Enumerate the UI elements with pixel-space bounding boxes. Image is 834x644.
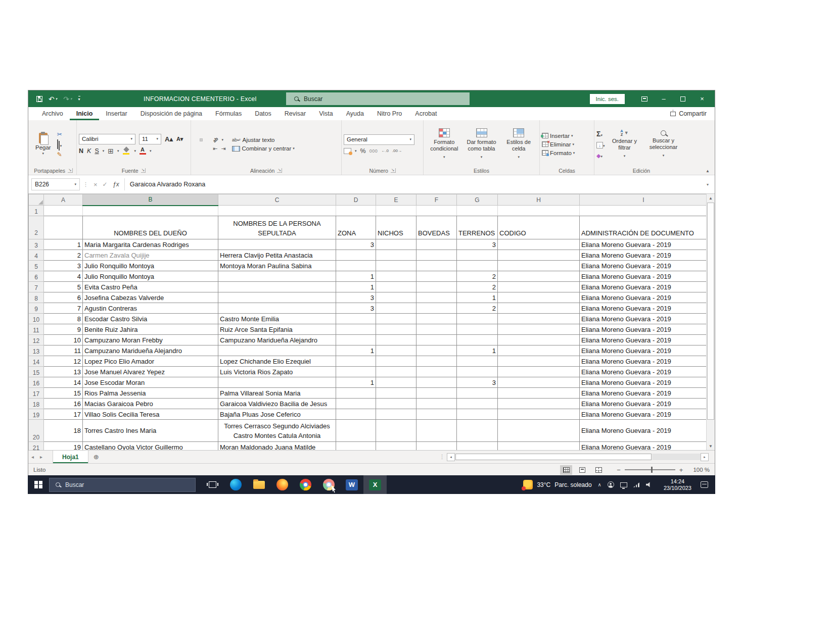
share-button[interactable]: Compartir xyxy=(670,107,715,120)
horizontal-scrollbar-track[interactable] xyxy=(652,454,701,460)
clear-icon[interactable]: ◆▾ xyxy=(596,151,603,160)
cell-D6[interactable]: 1 xyxy=(336,271,376,282)
cell-D13[interactable]: 1 xyxy=(336,345,376,356)
cell-D15[interactable] xyxy=(336,367,376,377)
cell-F8[interactable] xyxy=(416,292,457,303)
cell-C13[interactable] xyxy=(218,345,336,356)
row-header-19[interactable]: 19 xyxy=(29,409,44,420)
cell-C17[interactable]: Palma Villareal Sonia Maria xyxy=(218,388,336,399)
network-tray-icon[interactable] xyxy=(633,482,640,487)
close-button[interactable]: × xyxy=(693,92,711,106)
cell-I2[interactable]: ADMINISTRACIÓN DE DOCUMENTO xyxy=(580,216,708,239)
cell-F9[interactable] xyxy=(416,303,457,314)
format-cells-button[interactable]: Formato▾ xyxy=(542,150,575,156)
cell-I11[interactable]: Eliana Moreno Guevara - 2019 xyxy=(580,324,708,335)
task-view-button[interactable] xyxy=(201,475,224,494)
cell-E14[interactable] xyxy=(376,356,416,367)
cell-G2[interactable]: TERRENOS xyxy=(457,216,498,239)
row-header-17[interactable]: 17 xyxy=(29,388,44,399)
cell-A11[interactable]: 9 xyxy=(44,324,83,335)
cell-B2[interactable]: NOMBRES DEL DUEÑO xyxy=(83,216,218,239)
cell-B20[interactable]: Torres Castro Ines Maria xyxy=(83,420,218,442)
cell-A18[interactable]: 16 xyxy=(44,399,83,409)
cell-A19[interactable]: 17 xyxy=(44,409,83,420)
row-header-13[interactable]: 13 xyxy=(29,345,44,356)
increase-decimal-icon[interactable]: ←.0 xyxy=(381,148,389,153)
excel-button[interactable] xyxy=(363,475,387,494)
cell-H2[interactable]: CODIGO xyxy=(498,216,580,239)
cell-A2[interactable] xyxy=(44,216,83,239)
cell-H20[interactable] xyxy=(498,420,580,442)
cell-H17[interactable] xyxy=(498,388,580,399)
row-header-9[interactable]: 9 xyxy=(29,303,44,314)
align-center-icon[interactable] xyxy=(200,147,203,150)
cell-B3[interactable]: Maria Margarita Cardenas Rodriges xyxy=(83,239,218,250)
column-header-H[interactable]: H xyxy=(498,194,580,206)
taskbar-search-box[interactable]: Buscar xyxy=(49,478,196,492)
cell-I18[interactable]: Eliana Moreno Guevara - 2019 xyxy=(580,399,708,409)
align-middle-icon[interactable] xyxy=(200,138,203,141)
sheet-next-icon[interactable]: ▸ xyxy=(37,454,45,460)
italic-button[interactable]: K xyxy=(87,147,91,155)
cell-D12[interactable] xyxy=(336,335,376,345)
name-box[interactable]: B226▾ xyxy=(31,178,80,190)
cell-I8[interactable]: Eliana Moreno Guevara - 2019 xyxy=(580,292,708,303)
row-header-7[interactable]: 7 xyxy=(29,282,44,292)
insert-cells-button[interactable]: Insertar▾ xyxy=(542,133,575,139)
cell-G8[interactable]: 1 xyxy=(457,292,498,303)
cell-I10[interactable]: Eliana Moreno Guevara - 2019 xyxy=(580,314,708,324)
cell-H3[interactable] xyxy=(498,239,580,250)
cell-C3[interactable] xyxy=(218,239,336,250)
cell-G9[interactable]: 2 xyxy=(457,303,498,314)
tab-disposición-de-página[interactable]: Disposición de página xyxy=(134,107,209,120)
cell-A20[interactable]: 18 xyxy=(44,420,83,442)
display-tray-icon[interactable] xyxy=(620,482,627,487)
cell-D16[interactable]: 1 xyxy=(336,377,376,388)
row-header-3[interactable]: 3 xyxy=(29,239,44,250)
cell-A9[interactable]: 7 xyxy=(44,303,83,314)
cell-A5[interactable]: 3 xyxy=(44,261,83,271)
percent-style-icon[interactable]: % xyxy=(360,147,366,155)
column-header-B[interactable]: B xyxy=(83,194,218,206)
orientation-icon[interactable]: ab xyxy=(212,136,219,143)
sign-in-button[interactable]: Inic. ses. xyxy=(590,94,625,104)
cell-H9[interactable] xyxy=(498,303,580,314)
cell-E10[interactable] xyxy=(376,314,416,324)
increase-font-icon[interactable]: A▴ xyxy=(165,135,173,143)
cell-C9[interactable] xyxy=(218,303,336,314)
cell-I5[interactable]: Eliana Moreno Guevara - 2019 xyxy=(580,261,708,271)
cell-H14[interactable] xyxy=(498,356,580,367)
volume-tray-icon[interactable] xyxy=(646,482,653,487)
cell-G4[interactable] xyxy=(457,250,498,261)
cell-F17[interactable] xyxy=(416,388,457,399)
decrease-decimal-icon[interactable]: .00→ xyxy=(392,148,402,153)
tab-ayuda[interactable]: Ayuda xyxy=(340,107,370,120)
page-layout-view-button[interactable] xyxy=(576,465,588,475)
sheet-tab-hoja1[interactable]: Hoja1 xyxy=(53,451,88,463)
cell-G3[interactable]: 3 xyxy=(457,239,498,250)
cell-E9[interactable] xyxy=(376,303,416,314)
cell-A1[interactable] xyxy=(44,206,83,216)
cell-B21[interactable]: Castellano Oyola Victor Guillermo xyxy=(83,442,218,451)
cell-D18[interactable] xyxy=(336,399,376,409)
cell-A14[interactable]: 12 xyxy=(44,356,83,367)
cell-C16[interactable] xyxy=(218,377,336,388)
row-header-15[interactable]: 15 xyxy=(29,367,44,377)
cell-G14[interactable] xyxy=(457,356,498,367)
column-header-F[interactable]: F xyxy=(416,194,457,206)
cell-F19[interactable] xyxy=(416,409,457,420)
column-header-G[interactable]: G xyxy=(457,194,498,206)
cell-E5[interactable] xyxy=(376,261,416,271)
cell-A17[interactable]: 15 xyxy=(44,388,83,399)
font-name-select[interactable]: Calibri▾ xyxy=(79,134,135,144)
formula-bar-expand-icon[interactable]: ▾ xyxy=(704,182,712,187)
cell-B6[interactable]: Julio Ronquillo Montoya xyxy=(83,271,218,282)
cell-B15[interactable]: Jose Manuel Alvarez Yepez xyxy=(83,367,218,377)
cell-G12[interactable] xyxy=(457,335,498,345)
tab-revisar[interactable]: Revisar xyxy=(278,107,312,120)
cell-E17[interactable] xyxy=(376,388,416,399)
cell-B5[interactable]: Julio Ronquillo Montoya xyxy=(83,261,218,271)
clipboard-dialog-launcher-icon[interactable]: ↘ xyxy=(68,168,73,173)
cell-C6[interactable] xyxy=(218,271,336,282)
cell-D1[interactable] xyxy=(336,206,376,216)
